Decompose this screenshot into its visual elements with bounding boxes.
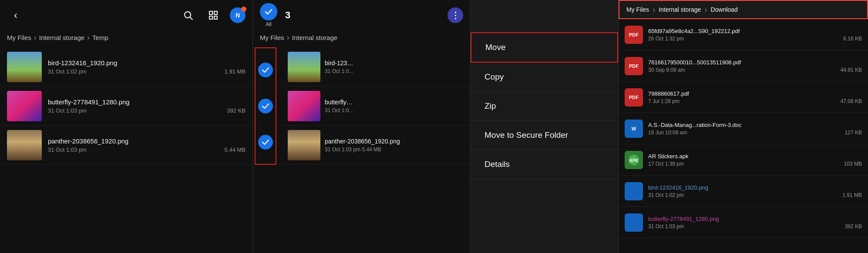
word-icon: W [625, 120, 643, 138]
right-file-date: 16 Jun 10:08 am [648, 130, 687, 136]
list-item[interactable]: panther-2038656_1920.png 31 Oct 1:03 pm … [278, 126, 470, 165]
right-breadcrumb-download[interactable]: Download [710, 6, 737, 13]
file-info: bird-1232416_1920.png 31 Oct 1:02 pm 1.9… [48, 59, 246, 75]
file-thumbnail-butterfly [7, 91, 42, 121]
right-file-date: 17 Oct 1:39 pm [648, 161, 684, 167]
pdf-icon-3: PDF [625, 88, 643, 107]
list-item[interactable]: bird-1232416_1920.png 31 Oct 1:02 pm 1.9… [0, 47, 252, 87]
list-item[interactable]: bird-1232416_1920.png 31 Oct 1:02 pm 1.9… [619, 176, 868, 207]
mid-file-name: panther-2038656_1920.png [325, 138, 465, 145]
list-item[interactable]: W A.S.-Data-Manag...ration-Form-3.doc 16… [619, 113, 868, 144]
search-button[interactable] [179, 7, 197, 24]
mid-file-name: butterfly… [325, 99, 465, 106]
right-file-meta: 16 Jun 10:08 am 127 KB [648, 130, 862, 136]
right-file-date: 31 Oct 1:03 pm [648, 223, 684, 230]
select-all-button[interactable]: All [260, 3, 277, 27]
right-file-size: 103 MB [844, 161, 862, 167]
selection-count: 3 [285, 10, 290, 21]
context-menu-spacer [471, 0, 618, 30]
right-file-size: 47.08 KB [841, 98, 862, 104]
checkbox-3[interactable] [258, 135, 273, 150]
list-item[interactable]: butterfly… 31 Oct 1:0… [278, 87, 470, 126]
checkmark-icon [264, 7, 273, 16]
file-date: 31 Oct 1:02 pm [48, 68, 87, 75]
grid-view-button[interactable] [205, 7, 222, 24]
list-item[interactable]: bird-123… 31 Oct 1:0… [278, 47, 470, 87]
apk-icon: APK [625, 151, 643, 169]
list-item[interactable]: PDF 65fd97a95e8c4a2...S90_192212.pdf 26 … [619, 19, 868, 50]
right-file-info: butterfly-2778491_1280.png 31 Oct 1:03 p… [648, 216, 862, 230]
file-name: butterfly-2778491_1280.png [48, 98, 246, 106]
right-file-info: AR Stickers.apk 17 Oct 1:39 pm 103 MB [648, 153, 862, 167]
file-name: bird-1232416_1920.png [48, 59, 246, 67]
back-button[interactable]: ‹ [7, 7, 24, 24]
mid-thumb-panther [288, 130, 320, 160]
right-file-date: 30 Sep 8:09 am [648, 67, 685, 73]
list-item[interactable]: PDF 76166179500010...50013511908.pdf 30 … [619, 50, 868, 82]
breadcrumb-myfiles[interactable]: My Files [7, 34, 31, 41]
right-file-date: 31 Oct 1:02 pm [648, 192, 684, 198]
check-all-circle [260, 3, 277, 20]
checkbox-1[interactable] [258, 63, 273, 77]
menu-item-zip[interactable]: Zip [471, 92, 618, 121]
svg-rect-2 [209, 11, 212, 14]
right-file-name: 76166179500010...50013511908.pdf [648, 59, 862, 66]
right-file-size: 1.91 MB [842, 192, 862, 198]
menu-item-copy[interactable]: Copy [471, 63, 618, 92]
menu-copy-label: Copy [484, 72, 504, 81]
mid-file-date: 31 Oct 1:0… [325, 107, 465, 113]
mid-file-info: butterfly… 31 Oct 1:0… [325, 99, 465, 113]
mid-file-info: panther-2038656_1920.png 31 Oct 1:03 pm … [325, 138, 465, 153]
mid-thumb-butterfly [288, 91, 320, 121]
checkbox-2[interactable] [258, 99, 273, 113]
all-label: All [266, 21, 271, 27]
right-panel: My Files › Internal storage › Download P… [618, 0, 868, 253]
list-item[interactable]: panther-2038656_1920.png 31 Oct 1:03 pm … [0, 126, 252, 165]
mid-breadcrumb-internal[interactable]: Internal storage [292, 34, 337, 41]
right-file-name: butterfly-2778491_1280.png [648, 216, 862, 222]
mid-file-name: bird-123… [325, 60, 465, 67]
right-breadcrumb-internal[interactable]: Internal storage [659, 6, 701, 13]
check-icon-3 [262, 138, 269, 146]
file-thumbnail-bird [7, 52, 42, 82]
right-file-size: 127 KB [845, 130, 862, 136]
more-options-button[interactable]: ⋮ [447, 7, 463, 23]
check-icon-1 [262, 66, 269, 74]
mid-file-info: bird-123… 31 Oct 1:0… [325, 60, 465, 74]
butterfly-image-icon [625, 213, 643, 232]
right-breadcrumb-sep-1: › [653, 5, 655, 14]
notification-badge [241, 7, 246, 12]
middle-file-list: bird-123… 31 Oct 1:0… butterfly… 31 Oct … [253, 47, 470, 253]
pdf-icon-1: PDF [625, 26, 643, 44]
right-file-meta: 31 Oct 1:02 pm 1.91 MB [648, 192, 862, 198]
notification-button[interactable]: N [230, 7, 246, 23]
mid-breadcrumb-myfiles[interactable]: My Files [260, 34, 284, 41]
list-item[interactable]: APK AR Stickers.apk 17 Oct 1:39 pm 103 M… [619, 144, 868, 176]
right-file-info: 76166179500010...50013511908.pdf 30 Sep … [648, 59, 862, 73]
list-item[interactable]: PDF 7988860617.pdf 7 Jul 1:28 pm 47.08 K… [619, 82, 868, 113]
middle-items: bird-123… 31 Oct 1:0… butterfly… 31 Oct … [278, 47, 470, 165]
middle-toolbar: All 3 ⋮ [253, 0, 470, 30]
back-arrow-icon: ‹ [14, 9, 17, 21]
right-file-name: 65fd97a95e8c4a2...S90_192212.pdf [648, 28, 862, 34]
mid-breadcrumb-sep: › [287, 33, 289, 42]
svg-rect-3 [214, 11, 217, 14]
left-breadcrumb: My Files › Internal storage › Temp [0, 30, 252, 47]
right-file-size: 6.16 KB [843, 36, 862, 42]
notification-initial: N [236, 12, 240, 19]
breadcrumb-internal[interactable]: Internal storage [39, 34, 84, 41]
menu-item-secure[interactable]: Move to Secure Folder [471, 121, 618, 150]
pdf-icon-2: PDF [625, 57, 643, 75]
list-item[interactable]: butterfly-2778491_1280.png 31 Oct 1:03 p… [619, 207, 868, 238]
right-file-meta: 7 Jul 1:28 pm 47.08 KB [648, 98, 862, 104]
right-breadcrumb-myfiles[interactable]: My Files [626, 6, 649, 13]
right-file-info: 65fd97a95e8c4a2...S90_192212.pdf 26 Oct … [648, 28, 862, 42]
menu-item-details[interactable]: Details [471, 150, 618, 179]
breadcrumb-temp[interactable]: Temp [92, 34, 108, 41]
list-item[interactable]: butterfly-2778491_1280.png 31 Oct 1:03 p… [0, 87, 252, 126]
file-size: 5.44 MB [225, 146, 246, 153]
menu-item-move[interactable]: Move [471, 32, 618, 63]
file-meta: 31 Oct 1:02 pm 1.91 MB [48, 68, 246, 75]
svg-text:APK: APK [629, 158, 639, 163]
right-file-list: PDF 65fd97a95e8c4a2...S90_192212.pdf 26 … [619, 19, 868, 253]
